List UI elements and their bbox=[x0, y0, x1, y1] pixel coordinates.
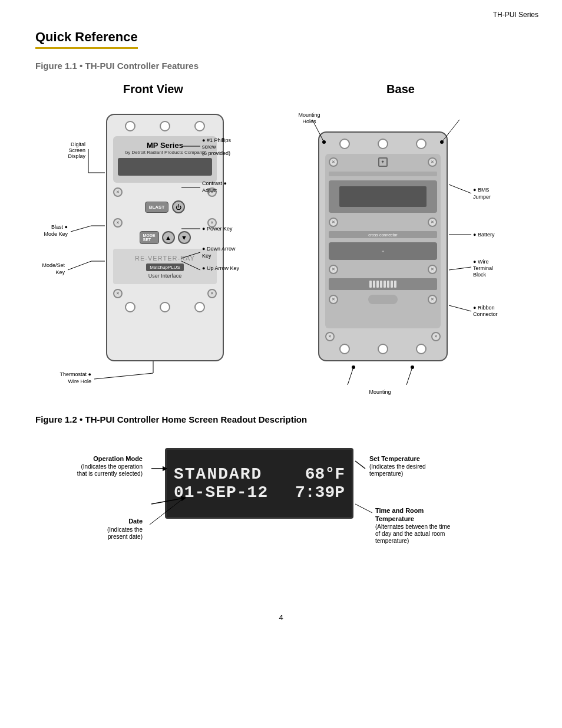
user-interface-text: User Interface bbox=[148, 273, 182, 279]
svg-text:that is currently selected): that is currently selected) bbox=[77, 470, 143, 477]
matchup-badge: MatchupPLUS bbox=[146, 263, 184, 271]
screw-r: ✕ bbox=[207, 187, 217, 197]
svg-text:Connector: Connector bbox=[473, 311, 498, 317]
base-screw-tr: ✕ bbox=[428, 157, 437, 167]
mode-button: MODESET bbox=[140, 231, 159, 244]
svg-text:Operation Mode: Operation Mode bbox=[93, 455, 143, 462]
base-wire-block bbox=[329, 278, 437, 290]
base-body: ✕ + ✕ ✕ ✕ cross connecto bbox=[318, 131, 448, 361]
base-hole-br bbox=[416, 344, 427, 354]
base-screw-btr: ✕ bbox=[431, 332, 441, 341]
svg-text:Mounting: Mounting bbox=[298, 112, 320, 118]
svg-text:(Indicates the operation: (Indicates the operation bbox=[81, 463, 143, 470]
nav-buttons: MODESET ▲ ▼ bbox=[113, 231, 217, 244]
wire-pin-8 bbox=[394, 281, 396, 288]
screen-area: MP Series by Detroit Radiant Products Co… bbox=[113, 136, 217, 183]
base-hole-bl bbox=[339, 344, 350, 354]
base-hole-bc bbox=[378, 344, 388, 354]
base-bottom-screws: ✕ ✕ bbox=[325, 332, 441, 341]
wire-pin-4 bbox=[380, 281, 382, 288]
base-bottom-holes bbox=[325, 344, 441, 354]
base-view-diagram: ✕ + ✕ ✕ ✕ cross connecto bbox=[289, 102, 513, 397]
svg-text:Digital: Digital bbox=[71, 141, 85, 147]
reverter-text: RE-VERTER-RAY bbox=[135, 255, 195, 262]
base-screw-bl2: ✕ bbox=[329, 295, 338, 304]
page-number: 4 bbox=[35, 613, 527, 622]
base-hole-tr bbox=[416, 139, 427, 149]
brand-bold: TH-PUI bbox=[493, 11, 517, 19]
base-screw-ml: ✕ bbox=[329, 218, 338, 227]
svg-line-52 bbox=[406, 367, 412, 385]
svg-text:present date): present date) bbox=[108, 533, 143, 540]
screw-br: ✕ bbox=[207, 289, 217, 298]
base-screw-btl: ✕ bbox=[325, 332, 335, 341]
screw-ml: ✕ bbox=[113, 218, 123, 228]
front-view-diagram: MP Series by Detroit Radiant Products Co… bbox=[35, 102, 271, 397]
wire-pin-5 bbox=[384, 281, 386, 288]
screw-l: ✕ bbox=[113, 187, 123, 197]
svg-text:Thermostat ●: Thermostat ● bbox=[60, 371, 91, 377]
hole-bc bbox=[160, 302, 170, 312]
svg-text:● Battery: ● Battery bbox=[473, 232, 495, 238]
bottom-screws: ✕ ✕ bbox=[113, 289, 217, 298]
svg-line-63 bbox=[150, 498, 184, 525]
base-hole-tl bbox=[339, 139, 350, 149]
svg-line-59 bbox=[151, 498, 184, 504]
screws-row2: ✕ ✕ bbox=[113, 218, 217, 228]
base-top-holes bbox=[325, 139, 441, 149]
svg-text:● Ribbon: ● Ribbon bbox=[473, 305, 494, 311]
svg-text:Time and Room: Time and Room bbox=[375, 507, 424, 514]
svg-text:(Indicates the desired: (Indicates the desired bbox=[369, 463, 426, 470]
bottom-holes bbox=[113, 302, 217, 312]
buttons-area: BLAST ⏻ bbox=[113, 200, 217, 213]
svg-text:Mounting: Mounting bbox=[369, 389, 391, 395]
page-header: TH-PUI Series bbox=[493, 11, 538, 19]
svg-text:(Indicates the: (Indicates the bbox=[107, 526, 143, 533]
base-screw-ll: ✕ bbox=[329, 265, 338, 274]
front-view-section: Front View MP Series by Detroit Radiant … bbox=[35, 83, 271, 397]
svg-text:Display: Display bbox=[68, 153, 85, 159]
svg-text:Blast ●: Blast ● bbox=[51, 224, 68, 230]
base-view-section: Base ✕ + ✕ bbox=[289, 83, 513, 397]
svg-text:temperature): temperature) bbox=[375, 538, 409, 544]
base-top-screws: ✕ + ✕ bbox=[329, 157, 437, 167]
hole-br bbox=[194, 302, 205, 312]
base-screw-br2: ✕ bbox=[428, 295, 437, 304]
base-inner: ✕ + ✕ ✕ ✕ cross connecto bbox=[325, 154, 441, 328]
svg-text:● BMS: ● BMS bbox=[473, 187, 489, 193]
svg-text:Wire Hole: Wire Hole bbox=[68, 378, 91, 384]
svg-text:Holes: Holes bbox=[302, 118, 316, 124]
page-title: Quick Reference bbox=[35, 29, 138, 49]
hole-tc bbox=[160, 121, 170, 131]
svg-text:(Alternates between the time: (Alternates between the time bbox=[375, 523, 451, 530]
fig2-section: Figure 1.2 • TH-PUI Controller Home Scre… bbox=[35, 414, 527, 601]
svg-text:Set Temperature: Set Temperature bbox=[369, 455, 420, 462]
hole-tr bbox=[194, 121, 205, 131]
controller-body: MP Series by Detroit Radiant Products Co… bbox=[106, 114, 224, 361]
front-lcd bbox=[118, 158, 212, 176]
base-screw-lr: ✕ bbox=[428, 265, 437, 274]
svg-line-6 bbox=[71, 226, 91, 232]
svg-text:Key: Key bbox=[55, 269, 65, 275]
svg-text:Jumper: Jumper bbox=[473, 194, 491, 200]
svg-text:of day and the actual room: of day and the actual room bbox=[375, 531, 445, 537]
mp-series-label: MP Series bbox=[118, 141, 212, 150]
top-holes bbox=[113, 121, 217, 131]
svg-text:Holes: Holes bbox=[373, 396, 387, 397]
svg-line-46 bbox=[449, 305, 471, 311]
power-button: ⏻ bbox=[172, 200, 185, 213]
base-screw-tl: ✕ bbox=[329, 157, 338, 167]
base-pcb bbox=[329, 180, 437, 213]
wire-pin-3 bbox=[376, 281, 379, 288]
svg-line-50 bbox=[348, 367, 353, 385]
reverter-area: RE-VERTER-RAY MatchupPLUS User Interface bbox=[113, 249, 217, 284]
screws-row1: ✕ ✕ bbox=[113, 187, 217, 197]
svg-text:Temperature: Temperature bbox=[375, 515, 414, 522]
base-lcd bbox=[339, 186, 426, 207]
svg-line-64 bbox=[355, 461, 365, 469]
fig1-title: Figure 1.1 • TH-PUI Controller Features bbox=[35, 61, 527, 71]
wire-pin-2 bbox=[373, 281, 375, 288]
fig2-title: Figure 1.2 • TH-PUI Controller Home Scre… bbox=[35, 414, 527, 424]
wire-pin-1 bbox=[369, 281, 372, 288]
svg-text:Block: Block bbox=[473, 272, 487, 278]
